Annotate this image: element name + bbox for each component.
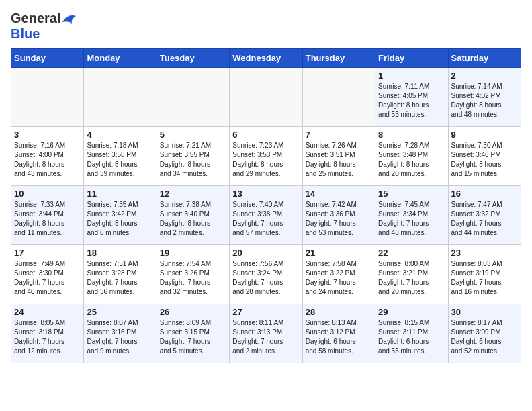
calendar-week-4: 17Sunrise: 7:49 AMSunset: 3:30 PMDayligh… bbox=[11, 245, 521, 304]
cell-text: and 53 minutes. bbox=[378, 110, 445, 120]
day-number: 24 bbox=[14, 307, 81, 317]
cell-text: Daylight: 6 hours bbox=[306, 337, 372, 347]
cell-text: Sunset: 3:44 PM bbox=[14, 210, 81, 219]
calendar-week-5: 24Sunrise: 8:05 AMSunset: 3:18 PMDayligh… bbox=[11, 304, 521, 363]
cell-text: Sunrise: 7:21 AM bbox=[160, 141, 226, 150]
calendar-cell-2-4: 6Sunrise: 7:23 AMSunset: 3:53 PMDaylight… bbox=[230, 127, 302, 186]
cell-text: Sunrise: 7:18 AM bbox=[87, 141, 153, 150]
cell-text: Daylight: 8 hours bbox=[451, 160, 518, 169]
cell-text: Sunset: 4:05 PM bbox=[378, 91, 445, 101]
cell-text: and 36 minutes. bbox=[87, 287, 153, 297]
calendar-cell-4-5: 21Sunrise: 7:58 AMSunset: 3:22 PMDayligh… bbox=[302, 245, 375, 304]
calendar-cell-1-4 bbox=[230, 68, 302, 127]
cell-text: Daylight: 7 hours bbox=[87, 278, 153, 287]
cell-text: Sunrise: 7:56 AM bbox=[232, 259, 299, 269]
cell-text: Daylight: 7 hours bbox=[14, 337, 81, 347]
day-number: 29 bbox=[378, 307, 445, 317]
cell-text: Daylight: 7 hours bbox=[160, 337, 226, 347]
cell-text: Sunset: 3:46 PM bbox=[451, 150, 518, 160]
cell-text: Sunrise: 8:15 AM bbox=[378, 318, 445, 328]
day-number: 12 bbox=[160, 189, 226, 199]
cell-text: Sunset: 4:00 PM bbox=[14, 150, 81, 160]
cell-text: Sunrise: 8:00 AM bbox=[378, 259, 445, 269]
cell-text: Sunset: 3:09 PM bbox=[451, 328, 518, 337]
calendar-week-3: 10Sunrise: 7:33 AMSunset: 3:44 PMDayligh… bbox=[11, 186, 521, 245]
day-number: 1 bbox=[378, 71, 445, 81]
day-number: 9 bbox=[451, 130, 518, 140]
logo-bird-icon bbox=[62, 13, 77, 25]
cell-text: Sunset: 3:15 PM bbox=[160, 328, 226, 337]
cell-text: Daylight: 7 hours bbox=[451, 219, 518, 228]
cell-text: and 55 minutes. bbox=[378, 347, 445, 356]
day-number: 2 bbox=[451, 71, 518, 81]
cell-text: Sunset: 3:32 PM bbox=[451, 210, 518, 219]
cell-text: Daylight: 7 hours bbox=[232, 219, 299, 228]
cell-text: Sunrise: 8:03 AM bbox=[451, 259, 518, 269]
calendar-cell-1-6: 1Sunrise: 7:11 AMSunset: 4:05 PMDaylight… bbox=[375, 68, 448, 127]
col-header-sunday: Sunday bbox=[11, 49, 84, 68]
day-number: 22 bbox=[378, 248, 445, 258]
cell-text: Sunset: 3:26 PM bbox=[160, 269, 226, 278]
cell-text: Daylight: 7 hours bbox=[306, 219, 372, 228]
cell-text: and 53 minutes. bbox=[306, 228, 372, 238]
cell-text: and 5 minutes. bbox=[160, 347, 226, 356]
cell-text: Daylight: 7 hours bbox=[451, 278, 518, 287]
calendar-cell-5-6: 29Sunrise: 8:15 AMSunset: 3:11 PMDayligh… bbox=[375, 304, 448, 363]
cell-text: Sunset: 3:28 PM bbox=[87, 269, 153, 278]
cell-text: Daylight: 8 hours bbox=[306, 160, 372, 169]
cell-text: and 52 minutes. bbox=[451, 347, 518, 356]
day-number: 5 bbox=[160, 130, 226, 140]
cell-text: Sunrise: 7:23 AM bbox=[232, 141, 299, 150]
cell-text: Daylight: 8 hours bbox=[87, 160, 153, 169]
calendar-cell-1-3 bbox=[157, 68, 229, 127]
cell-text: Sunrise: 7:14 AM bbox=[451, 82, 518, 91]
cell-text: and 2 minutes. bbox=[160, 228, 226, 238]
calendar-cell-3-2: 11Sunrise: 7:35 AMSunset: 3:42 PMDayligh… bbox=[84, 186, 157, 245]
cell-text: Sunset: 3:30 PM bbox=[14, 269, 81, 278]
calendar-cell-3-7: 16Sunrise: 7:47 AMSunset: 3:32 PMDayligh… bbox=[448, 186, 521, 245]
cell-text: and 28 minutes. bbox=[232, 287, 299, 297]
col-header-monday: Monday bbox=[84, 49, 157, 68]
cell-text: Sunset: 3:34 PM bbox=[378, 210, 445, 219]
cell-text: Sunrise: 7:47 AM bbox=[451, 200, 518, 210]
cell-text: Daylight: 8 hours bbox=[160, 219, 226, 228]
cell-text: Sunrise: 8:07 AM bbox=[87, 318, 153, 328]
calendar-cell-4-3: 19Sunrise: 7:54 AMSunset: 3:26 PMDayligh… bbox=[157, 245, 229, 304]
cell-text: Sunrise: 7:38 AM bbox=[160, 200, 226, 210]
cell-text: and 11 minutes. bbox=[14, 228, 81, 238]
cell-text: Daylight: 7 hours bbox=[160, 278, 226, 287]
day-number: 19 bbox=[160, 248, 226, 258]
calendar-cell-1-7: 2Sunrise: 7:14 AMSunset: 4:02 PMDaylight… bbox=[448, 68, 521, 127]
cell-text: Sunset: 3:53 PM bbox=[232, 150, 299, 160]
cell-text: and 25 minutes. bbox=[306, 169, 372, 179]
cell-text: and 57 minutes. bbox=[232, 228, 299, 238]
cell-text: Sunset: 3:48 PM bbox=[378, 150, 445, 160]
cell-text: Daylight: 8 hours bbox=[14, 160, 81, 169]
calendar-week-1: 1Sunrise: 7:11 AMSunset: 4:05 PMDaylight… bbox=[11, 68, 521, 127]
calendar-table: SundayMondayTuesdayWednesdayThursdayFrid… bbox=[11, 48, 521, 363]
cell-text: Sunset: 3:51 PM bbox=[306, 150, 372, 160]
cell-text: Daylight: 8 hours bbox=[378, 160, 445, 169]
calendar-cell-1-1 bbox=[11, 68, 84, 127]
cell-text: Daylight: 6 hours bbox=[451, 337, 518, 347]
cell-text: Sunset: 3:12 PM bbox=[306, 328, 372, 337]
cell-text: Daylight: 7 hours bbox=[14, 278, 81, 287]
calendar-week-2: 3Sunrise: 7:16 AMSunset: 4:00 PMDaylight… bbox=[11, 127, 521, 186]
calendar-body: 1Sunrise: 7:11 AMSunset: 4:05 PMDaylight… bbox=[11, 68, 521, 363]
cell-text: and 34 minutes. bbox=[160, 169, 226, 179]
cell-text: and 32 minutes. bbox=[160, 287, 226, 297]
cell-text: Sunset: 3:36 PM bbox=[306, 210, 372, 219]
day-number: 4 bbox=[87, 130, 153, 140]
cell-text: Daylight: 8 hours bbox=[378, 101, 445, 110]
cell-text: Sunrise: 8:09 AM bbox=[160, 318, 226, 328]
day-number: 27 bbox=[232, 307, 299, 317]
cell-text: and 44 minutes. bbox=[451, 228, 518, 238]
calendar-cell-2-3: 5Sunrise: 7:21 AMSunset: 3:55 PMDaylight… bbox=[157, 127, 229, 186]
cell-text: Sunset: 3:13 PM bbox=[232, 328, 299, 337]
cell-text: Sunset: 3:11 PM bbox=[378, 328, 445, 337]
cell-text: Daylight: 8 hours bbox=[451, 101, 518, 110]
day-number: 17 bbox=[14, 248, 81, 258]
cell-text: and 24 minutes. bbox=[306, 287, 372, 297]
day-number: 15 bbox=[378, 189, 445, 199]
cell-text: Sunrise: 7:30 AM bbox=[451, 141, 518, 150]
